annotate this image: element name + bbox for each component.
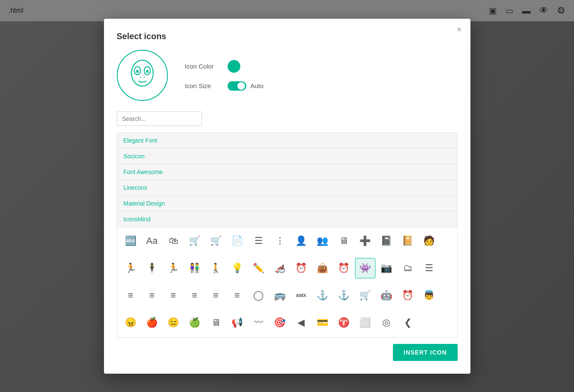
icon-cell[interactable]: 🗂 (398, 258, 418, 278)
icon-cell[interactable]: ◯ (248, 285, 269, 306)
icon-cell[interactable]: ❮ (398, 312, 418, 333)
font-group-socicon[interactable]: Socicon (117, 149, 457, 164)
icon-cell[interactable]: 📷 (376, 258, 397, 278)
svg-point-4 (146, 69, 148, 72)
icon-panel-scroll[interactable]: Elegant Font Socicon Font Awesome Lineco… (117, 133, 457, 337)
modal-title: Select icons (117, 31, 458, 41)
icon-cell[interactable]: 🍏 (185, 312, 205, 333)
icon-cell[interactable]: ≡ (206, 285, 226, 306)
insert-icon-button[interactable]: INSERT ICON (393, 344, 457, 361)
modal-top-section: Icon Color Icon Size Auto (117, 50, 458, 101)
icon-cell[interactable]: 👫 (185, 258, 205, 278)
icon-cell[interactable]: ⋮ (270, 231, 290, 251)
icon-cell[interactable]: 〰 (248, 312, 269, 333)
icon-cell[interactable]: ≡ (163, 285, 184, 306)
icon-cell[interactable]: 🎯 (270, 312, 290, 333)
icon-cell[interactable]: ≡ (142, 285, 162, 306)
icon-color-row: Icon Color (185, 60, 264, 73)
icon-cell[interactable]: AMX (291, 285, 312, 306)
icon-cell[interactable]: 🧑 (419, 231, 439, 251)
icons-grid-row5: ← ◁ ⊞ ○ ↔ ⌣ ⌄ ▽ ⊽ ⌥ → › ⇒ ⊡ ⬚ (117, 336, 457, 337)
icon-cell[interactable]: 💡 (227, 258, 248, 278)
svg-point-3 (136, 69, 138, 72)
icon-preview (117, 50, 168, 101)
font-group-iconsmind[interactable]: IconsMind (117, 212, 457, 227)
icon-cell[interactable]: 📓 (376, 231, 397, 251)
icon-size-label: Icon Size (185, 82, 219, 89)
icon-color-swatch[interactable] (228, 60, 240, 73)
icon-cell[interactable]: 🔤 (121, 231, 141, 251)
icon-cell[interactable]: 📄 (227, 231, 248, 251)
icon-cell[interactable]: 😠 (121, 312, 141, 333)
icon-panel: Elegant Font Socicon Font Awesome Lineco… (117, 132, 458, 338)
icon-cell[interactable]: ➕ (355, 231, 375, 251)
icon-cell[interactable]: ⏰ (291, 258, 312, 278)
icon-cell[interactable]: 👥 (312, 231, 333, 251)
icon-cell[interactable]: 🚌 (270, 285, 290, 306)
modal-backdrop: × Select icons (0, 0, 574, 392)
icon-cell[interactable]: ✏️ (248, 258, 269, 278)
search-wrapper (117, 112, 458, 126)
icon-size-auto-label: Auto (251, 82, 264, 89)
icon-cell[interactable]: 🛒 (355, 285, 375, 306)
icon-cell[interactable]: ⬜ (355, 312, 375, 333)
icon-color-label: Icon Color (185, 63, 219, 70)
modal-close-button[interactable]: × (457, 25, 462, 34)
font-group-elegant[interactable]: Elegant Font (117, 133, 457, 149)
icon-cell[interactable]: ☰ (419, 258, 439, 278)
icon-cell[interactable]: 🏃 (121, 258, 141, 278)
icon-settings-panel: Icon Color Icon Size Auto (185, 60, 264, 91)
icon-cell[interactable]: 📔 (398, 231, 418, 251)
icon-cell[interactable]: 🖥 (206, 312, 226, 333)
icon-cell[interactable]: ≡ (121, 285, 141, 306)
icon-cell[interactable]: 🖥 (334, 231, 354, 251)
svg-point-6 (143, 77, 144, 78)
font-group-materialdesign[interactable]: Material Design (117, 196, 457, 212)
icon-cell[interactable]: 🛒 (206, 231, 226, 251)
icon-size-row: Icon Size Auto (185, 81, 264, 91)
font-group-linecons[interactable]: Linecons (117, 180, 457, 196)
select-icons-modal: × Select icons (104, 19, 470, 374)
icon-cell[interactable]: 💳 (312, 312, 333, 333)
icon-cell[interactable]: 📢 (227, 312, 248, 333)
icons-grid-row3: ≡ ≡ ≡ ≡ ≡ ≡ ◯ 🚌 AMX ⚓ ⚓ 🛒 🤖 ⏰ 👼 (117, 282, 457, 309)
icon-cell[interactable]: ⏰ (398, 285, 418, 306)
icons-grid-row2: 🏃 🕴 🏃 👫 🚶 💡 ✏️ 🦽 ⏰ 👜 ⏰ 👾 📷 🗂 ☰ (117, 255, 457, 282)
icon-cell[interactable]: 🏃 (163, 258, 184, 278)
icon-cell[interactable]: ◀ (291, 312, 312, 333)
icon-cell[interactable]: ⚓ (312, 285, 333, 306)
icon-cell[interactable]: ♈ (334, 312, 354, 333)
alien-icon-svg (125, 58, 159, 92)
modal-footer: INSERT ICON (117, 338, 458, 361)
icon-cell[interactable]: 🚶 (206, 258, 226, 278)
toggle-knob (237, 82, 245, 90)
icon-cell[interactable]: ⚓ (334, 285, 354, 306)
icon-cell[interactable]: Aa (142, 231, 162, 251)
font-group-fontawesome[interactable]: Font Awesome (117, 164, 457, 180)
icon-cell[interactable]: ≡ (185, 285, 205, 306)
icon-cell[interactable]: ◎ (376, 312, 397, 333)
icon-cell[interactable]: 😑 (163, 312, 184, 333)
icon-cell-selected[interactable]: 👾 (355, 258, 375, 278)
icon-cell[interactable]: 👜 (312, 258, 333, 278)
svg-point-5 (140, 77, 141, 78)
icon-cell[interactable]: 👼 (419, 285, 439, 306)
icon-size-toggle-wrapper: Auto (228, 81, 264, 91)
icons-grid-row4: 😠 🍎 😑 🍏 🖥 📢 〰 🎯 ◀ 💳 ♈ ⬜ ◎ ❮ (117, 309, 457, 336)
icon-cell[interactable]: ≡ (227, 285, 248, 306)
icons-grid-row1: 🔤 Aa 🛍 🛒 🛒 📄 ☰ ⋮ 👤 👥 🖥 ➕ 📓 📔 🧑 (117, 227, 457, 255)
search-input[interactable] (117, 112, 202, 126)
icon-cell[interactable]: 🕴 (142, 258, 162, 278)
icon-cell[interactable]: 🛍 (163, 231, 184, 251)
icon-cell[interactable]: 👤 (291, 231, 312, 251)
icon-cell[interactable]: 🍎 (142, 312, 162, 333)
icon-cell[interactable]: ⏰ (334, 258, 354, 278)
icon-cell[interactable]: ☰ (248, 231, 269, 251)
icon-cell[interactable]: 🛒 (185, 231, 205, 251)
icon-size-toggle[interactable] (228, 81, 246, 91)
icon-cell[interactable]: 🤖 (376, 285, 397, 306)
icon-cell[interactable]: 🦽 (270, 258, 290, 278)
